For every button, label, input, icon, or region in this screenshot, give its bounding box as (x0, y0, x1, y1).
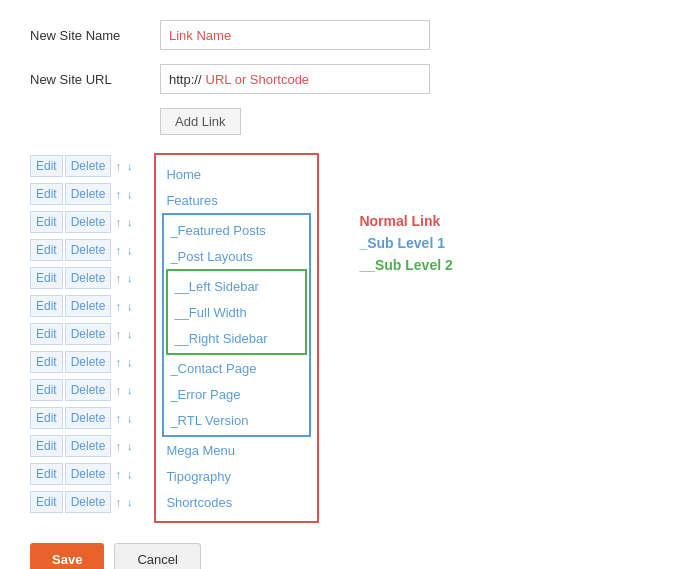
action-row-6: Edit Delete ↑ ↓ (30, 293, 134, 319)
up-arrow-6[interactable]: ↑ (113, 299, 123, 313)
delete-btn-10[interactable]: Delete (65, 407, 112, 430)
edit-btn-10[interactable]: Edit (30, 407, 63, 430)
up-arrow-13[interactable]: ↑ (113, 495, 123, 509)
down-arrow-2[interactable]: ↓ (125, 187, 135, 201)
up-arrow-1[interactable]: ↑ (113, 159, 123, 173)
menu-item-features[interactable]: Features (164, 187, 309, 213)
site-url-label: New Site URL (30, 72, 160, 87)
main-area: Edit Delete ↑ ↓ Edit Delete ↑ ↓ Edit Del… (30, 153, 670, 523)
delete-btn-2[interactable]: Delete (65, 183, 112, 206)
edit-btn-6[interactable]: Edit (30, 295, 63, 318)
sub-level1-group: _Featured Posts _Post Layouts __Left Sid… (162, 213, 311, 437)
action-row-8: Edit Delete ↑ ↓ (30, 349, 134, 375)
down-arrow-10[interactable]: ↓ (125, 411, 135, 425)
legend-sub2: __Sub Level 2 (359, 257, 452, 273)
action-row-2: Edit Delete ↑ ↓ (30, 181, 134, 207)
menu-item-featured-posts[interactable]: _Featured Posts (168, 217, 305, 243)
action-row-9: Edit Delete ↑ ↓ (30, 377, 134, 403)
menu-item-home[interactable]: Home (164, 161, 309, 187)
action-row-10: Edit Delete ↑ ↓ (30, 405, 134, 431)
edit-btn-8[interactable]: Edit (30, 351, 63, 374)
down-arrow-3[interactable]: ↓ (125, 215, 135, 229)
action-row-7: Edit Delete ↑ ↓ (30, 321, 134, 347)
edit-btn-1[interactable]: Edit (30, 155, 63, 178)
up-arrow-11[interactable]: ↑ (113, 439, 123, 453)
delete-btn-4[interactable]: Delete (65, 239, 112, 262)
legend-sub1: _Sub Level 1 (359, 235, 452, 251)
down-arrow-12[interactable]: ↓ (125, 467, 135, 481)
cancel-button[interactable]: Cancel (114, 543, 200, 569)
edit-btn-7[interactable]: Edit (30, 323, 63, 346)
edit-btn-13[interactable]: Edit (30, 491, 63, 514)
menu-list: Home Features _Featured Posts _Post Layo… (154, 153, 319, 523)
delete-btn-8[interactable]: Delete (65, 351, 112, 374)
action-row-5: Edit Delete ↑ ↓ (30, 265, 134, 291)
menu-item-right-sidebar[interactable]: __Right Sidebar (172, 325, 301, 351)
menu-item-mega-menu[interactable]: Mega Menu (164, 437, 309, 463)
up-arrow-4[interactable]: ↑ (113, 243, 123, 257)
site-name-label: New Site Name (30, 28, 160, 43)
action-buttons-column: Edit Delete ↑ ↓ Edit Delete ↑ ↓ Edit Del… (30, 153, 134, 515)
menu-item-full-width[interactable]: __Full Width (172, 299, 301, 325)
delete-btn-3[interactable]: Delete (65, 211, 112, 234)
delete-btn-5[interactable]: Delete (65, 267, 112, 290)
edit-btn-4[interactable]: Edit (30, 239, 63, 262)
action-row-3: Edit Delete ↑ ↓ (30, 209, 134, 235)
delete-btn-6[interactable]: Delete (65, 295, 112, 318)
save-button[interactable]: Save (30, 543, 104, 569)
site-url-row: New Site URL http:// (30, 64, 670, 94)
menu-item-tipography[interactable]: Tipography (164, 463, 309, 489)
site-url-input[interactable] (206, 72, 421, 87)
up-arrow-7[interactable]: ↑ (113, 327, 123, 341)
down-arrow-11[interactable]: ↓ (125, 439, 135, 453)
footer-buttons: Save Cancel (30, 543, 670, 569)
up-arrow-3[interactable]: ↑ (113, 215, 123, 229)
up-arrow-10[interactable]: ↑ (113, 411, 123, 425)
down-arrow-8[interactable]: ↓ (125, 355, 135, 369)
down-arrow-6[interactable]: ↓ (125, 299, 135, 313)
up-arrow-5[interactable]: ↑ (113, 271, 123, 285)
up-arrow-8[interactable]: ↑ (113, 355, 123, 369)
url-prefix: http:// (169, 72, 202, 87)
down-arrow-9[interactable]: ↓ (125, 383, 135, 397)
legend-normal: Normal Link (359, 213, 452, 229)
action-row-12: Edit Delete ↑ ↓ (30, 461, 134, 487)
down-arrow-4[interactable]: ↓ (125, 243, 135, 257)
action-row-11: Edit Delete ↑ ↓ (30, 433, 134, 459)
edit-btn-3[interactable]: Edit (30, 211, 63, 234)
action-row-4: Edit Delete ↑ ↓ (30, 237, 134, 263)
menu-item-rtl-version[interactable]: _RTL Version (168, 407, 305, 433)
menu-item-post-layouts[interactable]: _Post Layouts (168, 243, 305, 269)
menu-item-contact-page[interactable]: _Contact Page (168, 355, 305, 381)
up-arrow-2[interactable]: ↑ (113, 187, 123, 201)
down-arrow-7[interactable]: ↓ (125, 327, 135, 341)
sub-level2-group: __Left Sidebar __Full Width __Right Side… (166, 269, 307, 355)
menu-item-shortcodes[interactable]: Shortcodes (164, 489, 309, 515)
down-arrow-13[interactable]: ↓ (125, 495, 135, 509)
delete-btn-7[interactable]: Delete (65, 323, 112, 346)
delete-btn-12[interactable]: Delete (65, 463, 112, 486)
edit-btn-11[interactable]: Edit (30, 435, 63, 458)
edit-btn-12[interactable]: Edit (30, 463, 63, 486)
up-arrow-12[interactable]: ↑ (113, 467, 123, 481)
add-link-button[interactable]: Add Link (160, 108, 241, 135)
delete-btn-13[interactable]: Delete (65, 491, 112, 514)
menu-item-error-page[interactable]: _Error Page (168, 381, 305, 407)
site-name-row: New Site Name (30, 20, 670, 50)
edit-btn-5[interactable]: Edit (30, 267, 63, 290)
site-name-input[interactable] (160, 20, 430, 50)
action-row-1: Edit Delete ↑ ↓ (30, 153, 134, 179)
delete-btn-9[interactable]: Delete (65, 379, 112, 402)
down-arrow-5[interactable]: ↓ (125, 271, 135, 285)
edit-btn-2[interactable]: Edit (30, 183, 63, 206)
up-arrow-9[interactable]: ↑ (113, 383, 123, 397)
add-link-row: Add Link (160, 108, 670, 135)
edit-btn-9[interactable]: Edit (30, 379, 63, 402)
down-arrow-1[interactable]: ↓ (125, 159, 135, 173)
legend-area: Normal Link _Sub Level 1 __Sub Level 2 (359, 153, 452, 273)
delete-btn-11[interactable]: Delete (65, 435, 112, 458)
action-row-13: Edit Delete ↑ ↓ (30, 489, 134, 515)
url-input-wrapper: http:// (160, 64, 430, 94)
menu-item-left-sidebar[interactable]: __Left Sidebar (172, 273, 301, 299)
delete-btn-1[interactable]: Delete (65, 155, 112, 178)
